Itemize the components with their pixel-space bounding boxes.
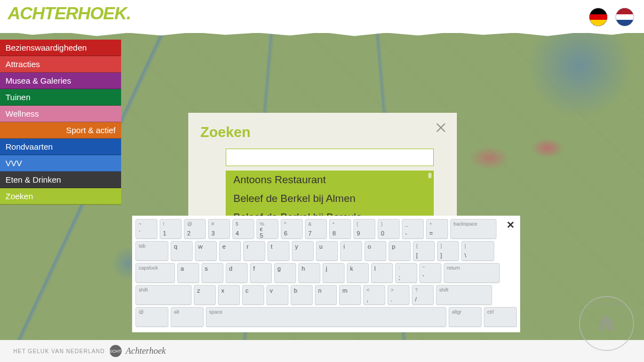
key-o[interactable]: o bbox=[364, 241, 386, 261]
sidebar-item-8[interactable]: Eten & Drinken bbox=[0, 172, 121, 188]
key-b[interactable]: b bbox=[291, 285, 313, 305]
key-7[interactable]: &7 bbox=[305, 219, 327, 239]
key-[interactable]: |\ bbox=[461, 241, 494, 261]
key-z[interactable]: z bbox=[194, 285, 216, 305]
sidebar-item-7[interactable]: VVV bbox=[0, 155, 121, 172]
key-[interactable]: "' bbox=[419, 263, 441, 283]
key-0[interactable]: )0 bbox=[378, 219, 400, 239]
key-[interactable]: {[ bbox=[413, 241, 435, 261]
key-m[interactable]: m bbox=[339, 285, 361, 305]
sidebar-item-4[interactable]: Wellness bbox=[0, 106, 121, 122]
key-p[interactable]: p bbox=[389, 241, 411, 261]
key-q[interactable]: q bbox=[171, 241, 193, 261]
key-v[interactable]: v bbox=[266, 285, 288, 305]
key-altgr[interactable]: altgr bbox=[449, 307, 482, 327]
search-result-1[interactable]: Beleef de Berkel bij Almen bbox=[226, 189, 434, 208]
key-d[interactable]: d bbox=[226, 263, 248, 283]
key-shift[interactable]: shift bbox=[135, 285, 192, 305]
sidebar-item-5[interactable]: Sport & actief bbox=[0, 122, 121, 139]
footer: HET GELUK VAN NEDERLAND ECHT Achterhoek bbox=[0, 340, 644, 362]
key-w[interactable]: w bbox=[195, 241, 217, 261]
key-y[interactable]: y bbox=[292, 241, 314, 261]
search-input[interactable] bbox=[226, 149, 434, 166]
key-[interactable]: }] bbox=[437, 241, 459, 261]
language-switcher bbox=[589, 8, 634, 26]
keyboard-close-icon[interactable]: ✕ bbox=[506, 219, 515, 231]
home-icon bbox=[596, 312, 618, 334]
sidebar-item-9[interactable]: Zoeken bbox=[0, 188, 121, 205]
key-[interactable]: :; bbox=[395, 263, 417, 283]
search-modal: Zoeken Antoons RestaurantBeleef de Berke… bbox=[188, 113, 457, 231]
key-x[interactable]: x bbox=[218, 285, 240, 305]
sidebar-item-0[interactable]: Bezienswaardigheden bbox=[0, 40, 121, 56]
lang-de-flag[interactable] bbox=[589, 8, 608, 26]
key-[interactable]: >. bbox=[388, 285, 410, 305]
key-[interactable]: += bbox=[426, 219, 448, 239]
key-[interactable]: @ bbox=[135, 307, 168, 327]
close-icon[interactable] bbox=[435, 122, 447, 136]
key-n[interactable]: n bbox=[315, 285, 337, 305]
logo: ACHTERHOEK. bbox=[8, 3, 131, 24]
key-capslock[interactable]: capslock bbox=[135, 263, 175, 283]
sidebar-item-1[interactable]: Attracties bbox=[0, 56, 121, 73]
key-5[interactable]: %€5 bbox=[256, 219, 279, 239]
key-3[interactable]: #3 bbox=[208, 219, 230, 239]
sidebar-item-2[interactable]: Musea & Galeries bbox=[0, 73, 121, 89]
key-r[interactable]: r bbox=[243, 241, 265, 261]
key-c[interactable]: c bbox=[242, 285, 264, 305]
key-return[interactable]: return bbox=[444, 263, 500, 283]
key-j[interactable]: j bbox=[323, 263, 345, 283]
key-tab[interactable]: tab bbox=[135, 241, 168, 261]
key-9[interactable]: (9 bbox=[353, 219, 375, 239]
key-alt[interactable]: alt bbox=[171, 307, 204, 327]
key-ctrl[interactable]: ctrl bbox=[484, 307, 517, 327]
key-backspace[interactable]: backspace bbox=[450, 219, 496, 239]
header: ACHTERHOEK. bbox=[0, 0, 644, 33]
key-shift[interactable]: shift bbox=[436, 285, 492, 305]
key-i[interactable]: i bbox=[340, 241, 362, 261]
key-g[interactable]: g bbox=[274, 263, 296, 283]
key-2[interactable]: @2 bbox=[184, 219, 206, 239]
key-f[interactable]: f bbox=[250, 263, 272, 283]
home-badge[interactable]: STARTPAGINA bbox=[579, 296, 634, 351]
onscreen-keyboard: ✕ ~`!1@2#3$4%€5^6&7*8(9)0_-+=backspaceta… bbox=[132, 216, 520, 332]
key-[interactable]: <, bbox=[363, 285, 385, 305]
sidebar-item-3[interactable]: Tuinen bbox=[0, 89, 121, 106]
key-4[interactable]: $4 bbox=[232, 219, 254, 239]
key-l[interactable]: l bbox=[371, 263, 393, 283]
search-title: Zoeken bbox=[200, 124, 445, 141]
key-a[interactable]: a bbox=[177, 263, 199, 283]
key-u[interactable]: u bbox=[316, 241, 338, 261]
key-1[interactable]: !1 bbox=[160, 219, 182, 239]
key-6[interactable]: ^6 bbox=[281, 219, 303, 239]
key-8[interactable]: *8 bbox=[329, 219, 351, 239]
search-result-0[interactable]: Antoons Restaurant bbox=[226, 171, 434, 189]
footer-tagline: HET GELUK VAN NEDERLAND bbox=[13, 348, 105, 354]
sidebar: BezienswaardighedenAttractiesMusea & Gal… bbox=[0, 40, 121, 205]
key-k[interactable]: k bbox=[347, 263, 369, 283]
key-t[interactable]: t bbox=[268, 241, 290, 261]
footer-brand: Achterhoek bbox=[126, 346, 166, 356]
key-[interactable]: _- bbox=[402, 219, 424, 239]
footer-badge-icon: ECHT bbox=[110, 345, 122, 357]
key-space[interactable]: space bbox=[206, 307, 446, 327]
sidebar-item-6[interactable]: Rondvaarten bbox=[0, 139, 121, 155]
key-e[interactable]: e bbox=[219, 241, 241, 261]
key-h[interactable]: h bbox=[298, 263, 320, 283]
lang-nl-flag[interactable] bbox=[615, 8, 634, 26]
key-[interactable]: ?/ bbox=[412, 285, 434, 305]
key-[interactable]: ~` bbox=[135, 219, 157, 239]
key-s[interactable]: s bbox=[201, 263, 223, 283]
